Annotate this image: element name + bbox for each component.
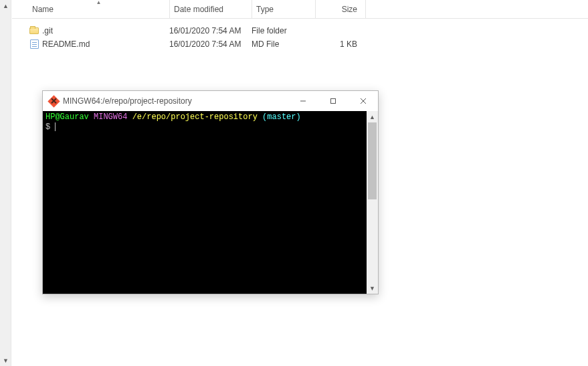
column-label: Name	[32, 5, 54, 14]
prompt-env: MINGW64	[94, 112, 127, 122]
svg-rect-1	[330, 99, 335, 104]
scroll-down-icon[interactable]: ▼	[0, 355, 11, 366]
scroll-up-icon[interactable]: ▲	[367, 111, 378, 122]
file-date: 16/01/2020 7:54 AM	[169, 26, 252, 35]
minimize-button[interactable]	[288, 91, 318, 111]
scrollbar-track[interactable]	[367, 122, 378, 282]
file-type: MD File	[252, 39, 315, 49]
file-list-header: ▲ Name Date modified Type Size	[12, 0, 588, 19]
sort-ascending-icon: ▲	[96, 0, 102, 5]
titlebar[interactable]: MINGW64:/e/repo/project-repository	[43, 91, 378, 111]
close-button[interactable]	[348, 91, 378, 111]
explorer-pane: ▲ Name Date modified Type Size .git 16/0…	[12, 0, 588, 366]
file-name: .git	[42, 26, 169, 35]
window-title: MINGW64:/e/repo/project-repository	[63, 96, 284, 106]
file-list: .git 16/01/2020 7:54 AM File folder READ…	[12, 19, 588, 51]
prompt-userhost: HP@Gaurav	[45, 112, 89, 122]
column-header-size[interactable]: Size	[316, 0, 366, 18]
file-name: README.md	[42, 39, 169, 49]
column-label: Type	[256, 5, 274, 14]
file-row[interactable]: README.md 16/01/2020 7:54 AM MD File 1 K…	[28, 37, 588, 51]
maximize-button[interactable]	[318, 91, 348, 111]
prompt-path: /e/repo/project-repository	[132, 112, 258, 122]
terminal-window: MINGW64:/e/repo/project-repository HP@Ga…	[42, 90, 379, 294]
prompt-branch: (master)	[262, 112, 301, 122]
mdfile-icon	[28, 39, 40, 50]
file-date: 16/01/2020 7:54 AM	[169, 39, 252, 49]
terminal-output: HP@Gaurav MINGW64 /e/repo/project-reposi…	[43, 111, 367, 294]
scrollbar-thumb[interactable]	[368, 122, 377, 199]
git-bash-icon	[48, 96, 59, 106]
terminal-scrollbar[interactable]: ▲ ▼	[367, 111, 378, 294]
file-type: File folder	[252, 26, 315, 35]
column-header-type[interactable]: Type	[252, 0, 316, 18]
file-size: 1 KB	[315, 39, 365, 49]
column-label: Date modified	[174, 5, 223, 14]
folder-icon	[28, 25, 40, 36]
scroll-down-icon[interactable]: ▼	[367, 282, 378, 294]
scroll-up-icon[interactable]: ▲	[0, 0, 11, 11]
window-controls	[288, 91, 378, 111]
text-cursor	[55, 122, 56, 131]
prompt-symbol: $	[45, 122, 50, 132]
column-header-date[interactable]: Date modified	[170, 0, 252, 18]
column-label: Size	[342, 5, 357, 14]
outer-scrollbar[interactable]: ▲ ▼	[0, 0, 11, 366]
file-row[interactable]: .git 16/01/2020 7:54 AM File folder	[28, 24, 588, 37]
column-header-name[interactable]: ▲ Name	[28, 0, 170, 18]
terminal-body[interactable]: HP@Gaurav MINGW64 /e/repo/project-reposi…	[43, 111, 378, 294]
